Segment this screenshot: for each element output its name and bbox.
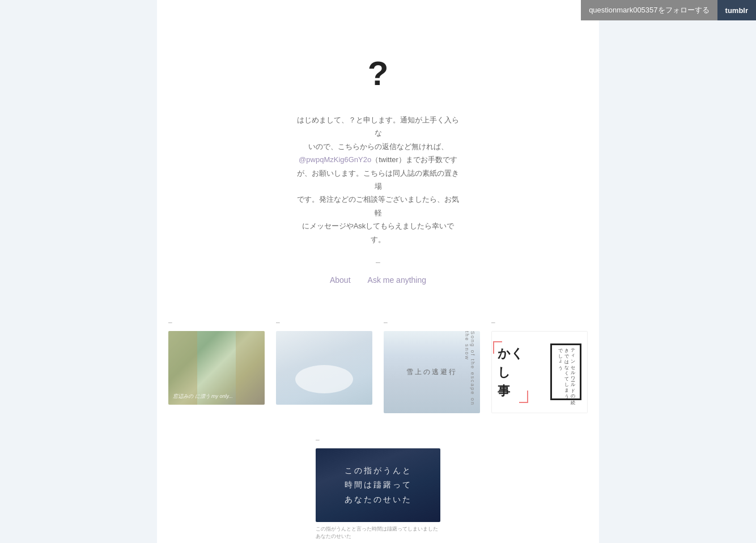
kakushi-bracket-br xyxy=(519,391,528,403)
profile-icon: ? xyxy=(168,57,588,91)
kakushi-side-box: ティンセルワールドの続きではなくてしまうでしょう xyxy=(550,343,581,400)
blue-text-image: この指がうんと 時間は躊躇って あなたのせいた xyxy=(316,448,440,522)
profile-section: ? はじめまして、？と申します。通知が上手く入らな いので、こちらからの返信など… xyxy=(157,34,599,302)
twitter-link[interactable]: @pwpqMzKig6GnY2o xyxy=(299,155,371,164)
kakushi-bracket-tl xyxy=(493,341,502,354)
post-col-center: – この指がうんと 時間は躊躇って あなたのせいた この指がうんとと言った時間は… xyxy=(316,436,440,543)
main-content: ? はじめまして、？と申します。通知が上手く入らな いので、こちらからの返信など… xyxy=(157,0,599,543)
blue-line-2: 時間は躊躇って xyxy=(345,478,412,492)
window-caption: 窓辺みの に漂う my only... xyxy=(173,393,233,400)
nav-links: About Ask me anything xyxy=(168,275,588,285)
post-col-4: – かく し 事 ティンセルワールドの続きではなくてしまうでしょう xyxy=(486,313,593,419)
bio-text: はじめまして、？と申します。通知が上手く入らな いので、こちらからの返信など無け… xyxy=(296,113,460,246)
nav-about-link[interactable]: About xyxy=(330,275,351,285)
post-image-blue[interactable]: この指がうんと 時間は躊躇って あなたのせいた xyxy=(316,448,440,522)
post-dash-center: – xyxy=(316,436,440,444)
kakushi-side-text: ティンセルワールドの続きではなくてしまうでしょう xyxy=(557,345,575,398)
post-image-2[interactable] xyxy=(276,331,372,405)
blue-caption: この指がうんとと言った時間は躊躇ってしまいました あなたのせいた xyxy=(316,525,440,541)
blue-line-1: この指がうんと xyxy=(345,464,412,478)
post-dash-3: – xyxy=(384,319,480,326)
blue-text-content: この指がうんと 時間は躊躇って あなたのせいた xyxy=(345,464,412,507)
kakushi-image: かく し 事 ティンセルワールドの続きではなくてしまうでしょう xyxy=(491,331,588,413)
post-dash-4: – xyxy=(491,319,588,326)
posts-row-2: – この指がうんと 時間は躊躇って あなたのせいた この指がうんとと言った時間は… xyxy=(163,430,593,543)
nav-ask-link[interactable]: Ask me anything xyxy=(368,275,427,285)
post-col-3: – 雪上の逃避行 Song of the escape on the snow xyxy=(378,313,486,419)
post-col-2: – xyxy=(270,313,378,419)
blue-line-3: あなたのせいた xyxy=(345,493,412,507)
follow-button[interactable]: questionmark005357をフォローする xyxy=(581,0,717,20)
snow-image: 雪上の逃避行 Song of the escape on the snow xyxy=(384,331,480,413)
post-image-3[interactable]: 雪上の逃避行 Song of the escape on the snow xyxy=(384,331,480,413)
tumblr-logo[interactable]: tumblr xyxy=(717,0,756,20)
post-image-1[interactable]: 窓辺みの に漂う my only... xyxy=(168,331,265,405)
separator: – xyxy=(168,257,588,266)
kakushi-main-text: かく し 事 xyxy=(498,344,524,400)
window-image: 窓辺みの に漂う my only... xyxy=(168,331,265,405)
post-dash-1: – xyxy=(168,319,265,326)
post-col-1: – 窓辺みの に漂う my only... xyxy=(163,313,270,419)
posts-container: – 窓辺みの に漂う my only... – – 雪 xyxy=(157,302,599,543)
post-image-4[interactable]: かく し 事 ティンセルワールドの続きではなくてしまうでしょう xyxy=(491,331,588,413)
snow-vertical-text: Song of the escape on the snow xyxy=(464,331,475,413)
posts-row-1: – 窓辺みの に漂う my only... – – 雪 xyxy=(163,313,593,419)
snow-title: 雪上の逃避行 xyxy=(406,367,457,377)
post-dash-2: – xyxy=(276,319,372,326)
soft-image xyxy=(276,331,372,405)
